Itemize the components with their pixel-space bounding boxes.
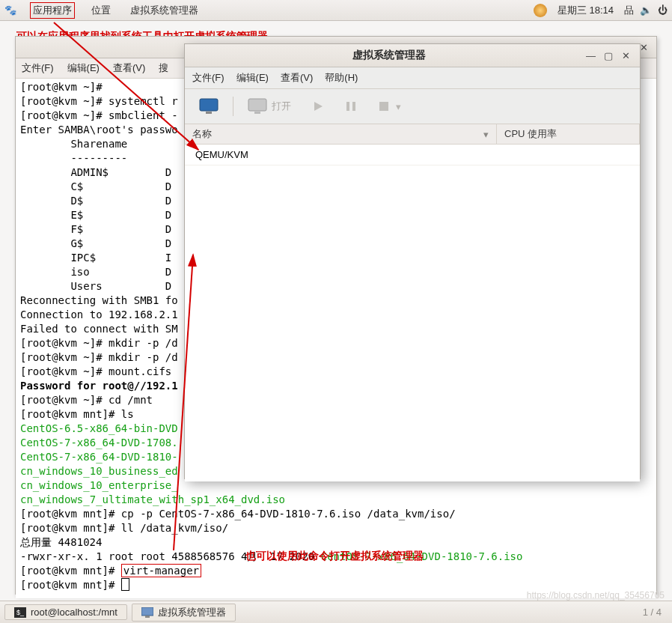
vmm-window: 虚拟系统管理器 — ▢ ✕ 文件(F) 编辑(E) 查看(V) 帮助(H) 打开…	[184, 43, 641, 479]
vmm-menu-edit[interactable]: 编辑(E)	[236, 71, 269, 85]
taskbar: $_ root@localhost:/mnt 虚拟系统管理器 1 / 4	[0, 601, 672, 623]
vmm-titlebar[interactable]: 虚拟系统管理器 — ▢ ✕	[185, 44, 640, 67]
task-vmm[interactable]: 虚拟系统管理器	[132, 604, 236, 622]
vmm-toolbar: 打开 ▾	[185, 89, 640, 124]
terminal-icon: $_	[14, 607, 26, 618]
menu-places[interactable]: 位置	[88, 2, 114, 19]
term-menu-search[interactable]: 搜	[159, 61, 168, 75]
workspace-pager[interactable]: 1 / 4	[643, 607, 668, 618]
vmm-title: 虚拟系统管理器	[192, 49, 586, 62]
vmm-columns-header: 名称 ▾ CPU 使用率	[185, 124, 640, 145]
stop-icon	[378, 100, 390, 112]
run-button[interactable]	[304, 95, 332, 118]
vmm-list[interactable]: QEMU/KVM	[185, 145, 640, 481]
play-icon	[312, 100, 324, 112]
network-icon[interactable]: 品	[624, 4, 634, 17]
svg-marker-4	[314, 102, 323, 111]
term-menu-file[interactable]: 文件(F)	[22, 61, 54, 75]
svg-rect-0	[200, 99, 218, 111]
clock-text: 星期三 18:14	[558, 4, 614, 17]
sort-desc-icon: ▾	[483, 129, 489, 140]
vmm-icon	[141, 607, 153, 618]
svg-rect-2	[248, 99, 266, 111]
open-vm-button[interactable]: 打开	[239, 93, 299, 120]
task-terminal-label: root@localhost:/mnt	[31, 607, 117, 618]
vmm-menu-help[interactable]: 帮助(H)	[325, 71, 358, 85]
close-icon[interactable]: ✕	[640, 42, 650, 52]
svg-rect-13	[145, 616, 150, 618]
maximize-icon[interactable]: ▢	[604, 50, 614, 61]
col-name-label: 名称	[192, 127, 212, 141]
power-icon[interactable]: ⏻	[658, 4, 668, 16]
pause-button[interactable]	[337, 95, 365, 118]
svg-rect-1	[206, 112, 212, 114]
term-line: [root@kvm mnt]# virt-manager	[20, 564, 652, 578]
col-cpu[interactable]: CPU 使用率	[497, 124, 640, 144]
term-line: [root@kvm mnt]# ll /data_kvm/iso/	[20, 521, 652, 535]
minimize-icon[interactable]: —	[586, 50, 596, 61]
svg-rect-7	[379, 102, 388, 111]
volume-icon[interactable]: 🔈	[640, 4, 652, 16]
vmm-row[interactable]: QEMU/KVM	[185, 145, 640, 165]
update-icon[interactable]	[534, 4, 547, 17]
menu-vmm[interactable]: 虚拟系统管理器	[127, 2, 201, 19]
shutdown-button[interactable]: ▾	[370, 95, 409, 118]
svg-rect-3	[254, 112, 260, 114]
monitor-icon	[248, 98, 267, 115]
term-line: [root@kvm mnt]# cp -p CentOS-7-x86_64-DV…	[20, 507, 652, 521]
task-terminal[interactable]: $_ root@localhost:/mnt	[4, 604, 127, 620]
term-line: cn_windows_7_ultimate_with_sp1_x64_dvd.i…	[20, 493, 652, 507]
svg-rect-6	[352, 102, 355, 111]
col-name[interactable]: 名称 ▾	[185, 124, 497, 144]
term-line: 总用量 4481024	[20, 535, 652, 550]
svg-rect-12	[141, 607, 153, 616]
task-vmm-label: 虚拟系统管理器	[158, 606, 226, 619]
open-label: 打开	[272, 100, 291, 113]
menu-applications[interactable]: 应用程序	[30, 2, 75, 19]
vmm-menu-view[interactable]: 查看(V)	[281, 71, 313, 85]
term-menu-view[interactable]: 查看(V)	[113, 61, 145, 75]
gnome-logo-icon: 🐾	[4, 4, 16, 16]
svg-text:$_: $_	[16, 609, 25, 616]
close-icon[interactable]: ✕	[622, 50, 632, 61]
vmm-menu-file[interactable]: 文件(F)	[192, 71, 224, 85]
watermark: https://blog.csdn.net/qq_35456705	[527, 590, 665, 601]
pause-icon	[345, 100, 357, 112]
toolbar-separator	[233, 97, 233, 116]
svg-rect-5	[346, 102, 349, 111]
new-vm-button[interactable]	[191, 93, 227, 120]
annotation-bottom: 也可以使用此命令打开虚拟系统管理器	[245, 550, 424, 563]
vmm-menubar: 文件(F) 编辑(E) 查看(V) 帮助(H)	[185, 67, 640, 89]
gnome-topbar: 🐾 应用程序 位置 虚拟系统管理器 星期三 18:14 品 🔈 ⏻	[0, 0, 672, 21]
monitor-new-icon	[199, 98, 219, 115]
term-menu-edit[interactable]: 编辑(E)	[67, 61, 100, 75]
